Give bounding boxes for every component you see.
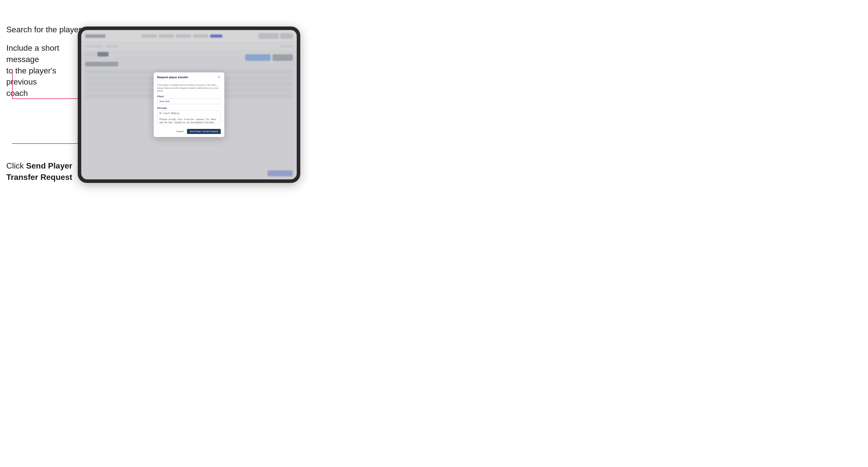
modal-close-button[interactable]: ✕ (217, 75, 221, 79)
message-textarea[interactable]: Hi Coach McHarg, Please accept this tran… (157, 110, 221, 123)
modal-body: If the player is transferring from anoth… (154, 81, 224, 127)
tablet-screen: Request player transfer ✕ If the player … (81, 30, 297, 179)
modal-title: Request player transfer (157, 76, 188, 79)
modal-footer: Cancel Send Player Transfer Request (154, 127, 224, 137)
annotation-line-v1 (12, 71, 12, 99)
transfer-request-modal: Request player transfer ✕ If the player … (154, 72, 224, 137)
modal-header: Request player transfer ✕ (154, 72, 224, 81)
send-transfer-request-button[interactable]: Send Player Transfer Request (187, 129, 221, 134)
player-search-input[interactable] (157, 99, 221, 104)
message-field-label: Message (157, 107, 221, 109)
cancel-button[interactable]: Cancel (175, 129, 185, 134)
modal-overlay: Request player transfer ✕ If the player … (81, 30, 297, 179)
tablet-device: Request player transfer ✕ If the player … (78, 27, 300, 183)
annotation-message-text: Include a short message to the player's … (6, 42, 72, 99)
annotation-search-text: Search for the player. (6, 24, 83, 35)
modal-description: If the player is transferring from anoth… (157, 84, 221, 93)
annotation-click-text: Click Send Player Transfer Request (6, 160, 72, 183)
player-field-label: Player (157, 95, 221, 98)
